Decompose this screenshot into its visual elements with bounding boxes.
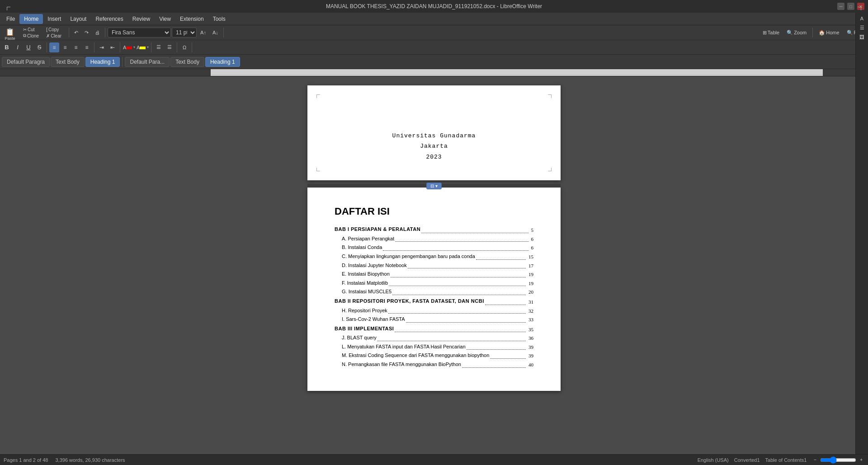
special-char-button[interactable]: Ω <box>179 42 189 52</box>
page-break-handle[interactable]: ⊟ ▾ <box>426 183 442 189</box>
zoom-bar: − + <box>812 456 864 464</box>
align-center-button[interactable]: ≡ <box>60 42 70 52</box>
paste-button[interactable]: 📋 Paste <box>2 26 18 39</box>
print-button[interactable]: 🖨 <box>92 28 103 37</box>
status-converted: Converted1 <box>734 457 760 463</box>
right-sidebar: A ☰ 🖼 <box>855 13 868 454</box>
underline-button[interactable]: U <box>24 42 33 52</box>
sidebar-navigator-button[interactable]: ☰ <box>857 23 867 32</box>
toc-content: BAB I PERSIAPAN & PERALATAN 5 A. Persiap… <box>335 225 533 369</box>
font-size-select[interactable]: 11 pt <box>172 28 197 38</box>
style-default-para[interactable]: Default Paragra <box>2 57 50 67</box>
table-button[interactable]: ⊞ Table <box>760 28 782 37</box>
clear-button[interactable]: ✗ Clear <box>44 33 64 38</box>
status-language: English (USA) <box>698 457 729 463</box>
toolbar-area: 📋 Paste ✂ Cut ⧉ Clone [ Copy ✗ Clear ↶ ↷… <box>0 25 868 69</box>
style-default-para-2[interactable]: Default Para... <box>125 57 170 67</box>
copy-button[interactable]: [ Copy <box>44 27 64 32</box>
ruler <box>0 69 868 76</box>
zoom-slider[interactable] <box>820 456 856 464</box>
cut-button[interactable]: ✂ Cut <box>21 27 41 32</box>
home-nav-button[interactable]: 🏠 Home <box>816 28 842 37</box>
window-title: MANUAL BOOK THESIS_YAZID ZAIDAN MUJADID_… <box>326 3 542 9</box>
toolbar-row-2: B I U S ≡ ≡ ≡ ≡ ⇥ ⇤ A ▾ A ▾ ☰ ☰ Ω <box>0 40 868 55</box>
toc-entry-e: E. Instalasi Biopython 19 <box>335 270 533 279</box>
style-text-body-1[interactable]: Text Body <box>51 57 85 67</box>
style-text-body-2[interactable]: Text Body <box>170 57 204 67</box>
toc-entry-i: I. Sars-Cov-2 Wuhan FASTA 33 <box>335 315 533 324</box>
menu-tools[interactable]: Tools <box>208 14 230 24</box>
toc-entry-f: F. Instalasi Matplotlib 19 <box>335 279 533 288</box>
bold-button[interactable]: B <box>2 42 12 52</box>
menu-insert[interactable]: Insert <box>43 14 66 24</box>
bullet-list-button[interactable]: ☰ <box>154 42 164 52</box>
font-color-dropdown-arrow[interactable]: ▾ <box>133 45 135 49</box>
menu-file[interactable]: File <box>2 14 19 24</box>
menu-review[interactable]: Review <box>128 14 155 24</box>
toc-entry-m: M. Ekstrasi Coding Sequence dari FASTA m… <box>335 351 533 360</box>
titlebar: MANUAL BOOK THESIS_YAZID ZAIDAN MUJADID_… <box>0 0 868 13</box>
font-size-down-button[interactable]: A↓ <box>210 28 221 37</box>
zoom-in-button[interactable]: + <box>858 457 864 463</box>
toc-entry-l: L. Menyatukan FASTA input dan FASTA Hasi… <box>335 343 533 352</box>
toc-entry-bab3: BAB III IMPLEMENTASI 35 <box>335 324 533 334</box>
toolbar-row-1: 📋 Paste ✂ Cut ⧉ Clone [ Copy ✗ Clear ↶ ↷… <box>0 25 868 40</box>
font-family-select[interactable]: Fira Sans <box>108 28 171 38</box>
corner-mark-tl <box>316 94 320 98</box>
city-name: Jakarta <box>335 141 533 151</box>
page-break-bar: ⊟ ▾ <box>307 184 561 188</box>
toc-title: DAFTAR ISI <box>335 206 533 217</box>
menubar: File Home Insert Layout References Revie… <box>0 13 868 25</box>
document-page-1: Universitas Gunadarma Jakarta 2023 <box>307 85 561 180</box>
corner-mark-br <box>548 168 552 171</box>
strikethrough-button[interactable]: S <box>34 42 44 52</box>
zoom-button[interactable]: 🔍 Zoom <box>784 28 809 37</box>
status-pages: Pages 1 and 2 of 48 <box>4 457 48 463</box>
indent-decrease-button[interactable]: ⇤ <box>108 42 118 52</box>
redo-button[interactable]: ↷ <box>82 28 91 37</box>
ruler-content-area[interactable] <box>211 69 823 76</box>
undo-button[interactable]: ↶ <box>71 28 81 37</box>
highlight-color-dropdown-arrow[interactable]: ▾ <box>147 45 149 49</box>
menu-references[interactable]: References <box>91 14 127 24</box>
style-heading1-1[interactable]: Heading 1 <box>85 57 120 67</box>
align-justify-button[interactable]: ≡ <box>82 42 92 52</box>
toc-entry-b: B. Instalasi Conda 6 <box>335 243 533 252</box>
sidebar-styles-button[interactable]: A <box>858 14 866 23</box>
toc-entry-bab1: BAB I PERSIAPAN & PERALATAN 5 <box>335 225 533 235</box>
toc-entry-bab2: BAB II REPOSITORI PROYEK, FASTA DATASET,… <box>335 296 533 306</box>
year: 2023 <box>335 152 533 162</box>
style-heading1-2[interactable]: Heading 1 <box>205 57 240 67</box>
toc-entry-j: J. BLAST query 36 <box>335 333 533 343</box>
menu-view[interactable]: View <box>155 14 175 24</box>
document-page-2[interactable]: DAFTAR ISI BAB I PERSIAPAN & PERALATAN 5… <box>307 188 561 391</box>
document-canvas: Universitas Gunadarma Jakarta 2023 ⊟ ▾ D… <box>0 76 868 465</box>
indent-increase-button[interactable]: ⇥ <box>97 42 107 52</box>
toc-entry-h: H. Repositori Proyek 32 <box>335 306 533 315</box>
align-right-button[interactable]: ≡ <box>71 42 81 52</box>
align-left-button[interactable]: ≡ <box>49 42 59 52</box>
status-words: 3,396 words, 26,930 characters <box>55 457 125 463</box>
highlight-color-button[interactable]: A <box>136 42 146 52</box>
italic-button[interactable]: I <box>13 42 23 52</box>
corner-mark-bl <box>316 168 320 171</box>
numbered-list-button[interactable]: ☰ <box>165 42 175 52</box>
toc-entry-n: N. Pemangkasan file FASTA menggunakan Bi… <box>335 360 533 369</box>
status-toc: Table of Contents1 <box>765 457 807 463</box>
ruler-left-margin <box>0 69 211 76</box>
menu-home[interactable]: Home <box>19 14 43 24</box>
university-info: Universitas Gunadarma Jakarta 2023 <box>335 131 533 162</box>
minimize-button[interactable]: ─ <box>837 3 844 10</box>
font-color-button[interactable]: A <box>123 42 132 52</box>
statusbar: Pages 1 and 2 of 48 3,396 words, 26,930 … <box>0 454 868 465</box>
toc-entry-c: C. Menyiapkan lingkungan pengembangan ba… <box>335 252 533 261</box>
university-name: Universitas Gunadarma <box>335 131 533 141</box>
zoom-out-button[interactable]: − <box>812 457 818 463</box>
menu-extension[interactable]: Extension <box>175 14 208 24</box>
maximize-button[interactable]: □ <box>847 3 854 10</box>
clone-button[interactable]: ⧉ Clone <box>21 33 41 38</box>
menu-layout[interactable]: Layout <box>66 14 91 24</box>
sidebar-gallery-button[interactable]: 🖼 <box>857 33 867 41</box>
font-size-up-button[interactable]: A↑ <box>198 28 209 37</box>
toc-entry-g: G. Instalasi MUSCLE5 20 <box>335 287 533 296</box>
